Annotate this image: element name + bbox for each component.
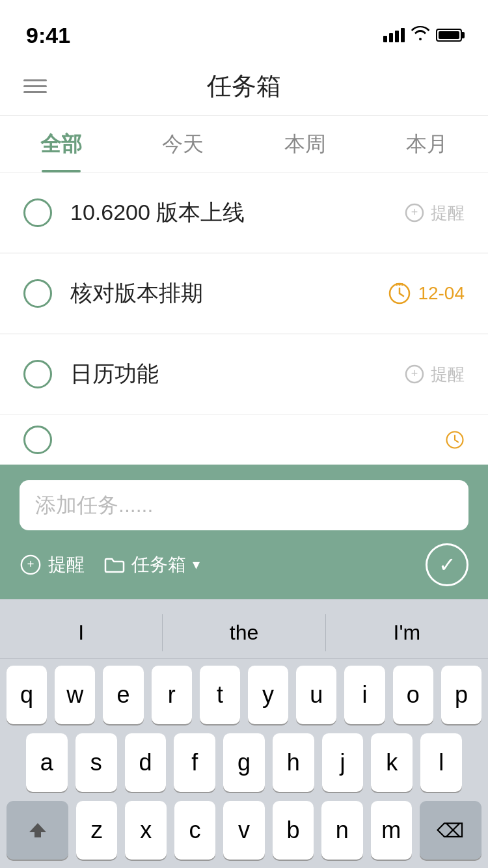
key-d[interactable]: d — [125, 733, 167, 792]
svg-text:+: + — [411, 367, 418, 380]
task-reminder[interactable]: + 提醒 — [405, 363, 465, 386]
select-folder-button[interactable]: 任务箱 ▾ — [104, 552, 200, 577]
signal-icon — [383, 28, 405, 42]
task-text: 日历功能 — [70, 359, 159, 389]
task-checkbox[interactable] — [23, 360, 52, 388]
menu-button[interactable] — [23, 79, 47, 93]
key-s[interactable]: s — [75, 733, 117, 792]
task-text: 10.6200 版本上线 — [70, 198, 245, 228]
shift-icon — [28, 821, 47, 840]
task-item[interactable]: 日历功能 + 提醒 — [0, 334, 488, 414]
svg-text:+: + — [27, 557, 34, 571]
key-v[interactable]: v — [223, 801, 264, 860]
task-item-partial — [0, 415, 488, 465]
key-i[interactable]: i — [344, 666, 385, 724]
key-delete[interactable]: ⌫ — [420, 801, 481, 860]
suggestion-im[interactable]: I'm — [326, 614, 488, 651]
tab-all[interactable]: 全部 — [0, 116, 122, 172]
page-title: 任务箱 — [207, 70, 281, 103]
key-n[interactable]: n — [321, 801, 362, 860]
keyboard-rows: q w e r t y u i o p a s d f g h j k l — [0, 666, 488, 868]
task-checkbox[interactable] — [23, 279, 52, 308]
key-g[interactable]: g — [223, 733, 265, 792]
tab-week[interactable]: 本周 — [244, 116, 366, 172]
delete-icon: ⌫ — [437, 819, 464, 842]
svg-line-4 — [400, 293, 403, 296]
task-list: 10.6200 版本上线 + 提醒 核对版本排期 12-04 — [0, 173, 488, 465]
task-item[interactable]: 核对版本排期 12-04 — [0, 254, 488, 333]
key-k[interactable]: k — [371, 733, 413, 792]
key-row-3: z x c v b n m ⌫ — [7, 801, 481, 860]
key-z[interactable]: z — [76, 801, 117, 860]
key-b[interactable]: b — [273, 801, 314, 860]
task-checkbox[interactable] — [23, 426, 52, 454]
key-h[interactable]: h — [273, 733, 314, 792]
add-task-input-wrap — [20, 480, 468, 530]
due-date-text: 12-04 — [418, 283, 465, 304]
add-task-panel: + 提醒 任务箱 ▾ ✓ — [0, 465, 488, 599]
clock-icon-small — [445, 430, 465, 450]
add-task-toolbar: + 提醒 任务箱 ▾ ✓ — [20, 543, 468, 586]
tab-today[interactable]: 今天 — [122, 116, 245, 172]
key-y[interactable]: y — [248, 666, 288, 724]
checkmark-icon: ✓ — [439, 552, 456, 577]
key-j[interactable]: j — [322, 733, 364, 792]
task-checkbox[interactable] — [23, 198, 52, 227]
wifi-icon — [411, 26, 429, 44]
reminder-icon: + — [20, 554, 42, 576]
key-r[interactable]: r — [152, 666, 192, 724]
key-t[interactable]: t — [200, 666, 240, 724]
status-bar: 9:41 — [0, 0, 488, 57]
dropdown-arrow-icon: ▾ — [193, 556, 200, 573]
key-shift[interactable] — [7, 801, 68, 860]
key-l[interactable]: l — [420, 733, 462, 792]
tab-month[interactable]: 本月 — [366, 116, 489, 172]
svg-text:+: + — [411, 206, 418, 219]
header: 任务箱 — [0, 57, 488, 116]
key-f[interactable]: f — [174, 733, 215, 792]
keyboard: I the I'm q w e r t y u i o p a s d f g … — [0, 599, 488, 868]
key-c[interactable]: c — [174, 801, 215, 860]
key-e[interactable]: e — [103, 666, 143, 724]
svg-point-5 — [398, 283, 401, 286]
task-reminder[interactable]: + 提醒 — [405, 202, 465, 224]
battery-icon — [436, 29, 462, 42]
add-task-input[interactable] — [35, 493, 453, 517]
add-reminder-button[interactable]: + 提醒 — [20, 552, 85, 577]
reminder-add-icon: + — [405, 364, 424, 384]
partial-due — [445, 430, 465, 450]
folder-icon — [104, 556, 125, 573]
status-time: 9:41 — [26, 23, 70, 48]
key-x[interactable]: x — [125, 801, 166, 860]
key-a[interactable]: a — [26, 733, 68, 792]
reminder-add-icon: + — [405, 203, 424, 223]
status-icons — [383, 26, 462, 44]
svg-line-12 — [455, 440, 458, 442]
confirm-add-button[interactable]: ✓ — [426, 543, 468, 586]
suggestion-I[interactable]: I — [0, 614, 163, 651]
key-row-2: a s d f g h j k l — [7, 733, 481, 792]
clock-icon — [388, 282, 411, 305]
key-p[interactable]: p — [441, 666, 481, 724]
key-row-1: q w e r t y u i o p — [7, 666, 481, 724]
task-text: 核对版本排期 — [70, 278, 203, 308]
suggestion-the[interactable]: the — [163, 614, 325, 651]
key-q[interactable]: q — [7, 666, 47, 724]
key-u[interactable]: u — [296, 666, 336, 724]
task-item[interactable]: 10.6200 版本上线 + 提醒 — [0, 173, 488, 252]
key-w[interactable]: w — [55, 666, 95, 724]
key-m[interactable]: m — [371, 801, 412, 860]
key-o[interactable]: o — [393, 666, 433, 724]
tabs-bar: 全部 今天 本周 本月 — [0, 116, 488, 173]
task-due-date[interactable]: 12-04 — [388, 282, 465, 305]
suggestions-row: I the I'm — [0, 607, 488, 659]
